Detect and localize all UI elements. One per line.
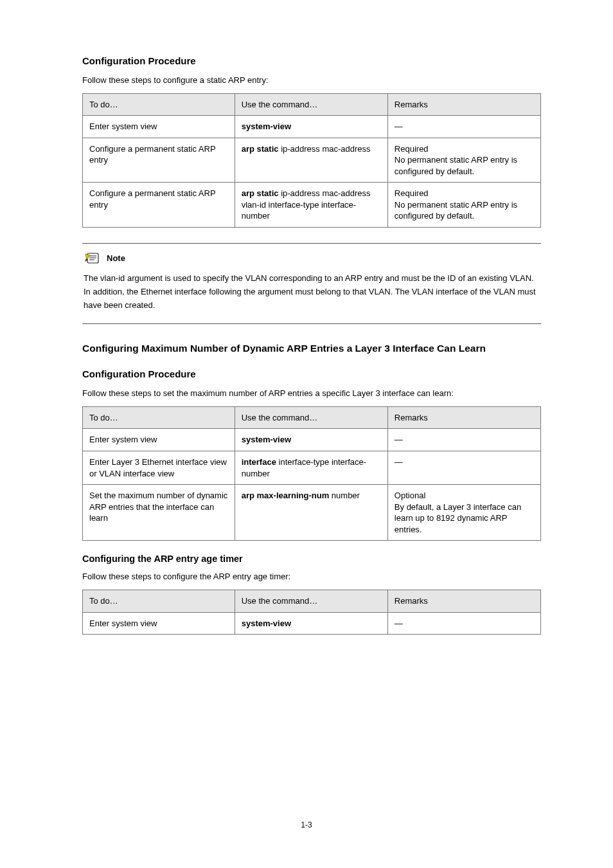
cell-command: interface interface-type interface-numbe… [235,451,387,484]
table3-intro: Follow these steps to configure the ARP … [82,571,541,583]
cell-remarks: Optional By default, a Layer 3 interface… [387,485,540,541]
th-command: Use the command… [235,93,387,116]
section3-heading: Configuring the ARP entry age timer [82,552,541,566]
table-max-learning: To do… Use the command… Remarks Enter sy… [82,406,541,541]
cell-todo: Configure a permanent static ARP entry [83,183,235,228]
cell-remarks: — [387,451,540,484]
cmd-bold: system-view [242,619,291,628]
table-header-row: To do… Use the command… Remarks [83,93,541,116]
note-label: Note [107,253,125,265]
table-row: Configure a permanent static ARP entry a… [83,138,541,183]
cell-remarks: — [387,612,540,635]
th-todo: To do… [83,93,235,116]
th-todo: To do… [83,406,235,429]
cmd-bold: arp static [242,188,281,198]
table-header-row: To do… Use the command… Remarks [83,590,541,613]
cell-todo: Enter Layer 3 Ethernet interface view or… [83,451,235,484]
cell-command: system-view [235,612,387,635]
section2-sub-heading: Configuration Procedure [82,367,541,381]
table-row: Enter system view system-view — [83,116,541,138]
table-row: Set the maximum number of dynamic ARP en… [83,485,541,541]
cell-todo: Enter system view [83,116,235,138]
table-row: Configure a permanent static ARP entry a… [83,183,541,228]
cmd-args: number [332,491,360,500]
table-row: Enter system view system-view — [83,429,541,451]
page-number: 1-3 [0,820,613,831]
th-remarks: Remarks [387,406,540,429]
th-command: Use the command… [235,590,387,613]
th-remarks: Remarks [387,590,540,613]
cmd-bold: arp static [242,144,281,154]
note-block: Note The vlan-id argument is used to spe… [82,243,541,324]
cmd-bold: interface [242,457,279,467]
cell-remarks: Required No permanent static ARP entry i… [387,138,540,183]
note-text: The vlan-id argument is used to specify … [84,272,540,312]
cell-todo: Configure a permanent static ARP entry [83,138,235,183]
cell-remarks: — [387,116,540,138]
section-heading: Configuration Procedure [82,54,541,68]
cmd-bold: system-view [242,435,291,444]
table-row: Enter Layer 3 Ethernet interface view or… [83,451,541,484]
table2-intro: Follow these steps to set the maximum nu… [82,388,541,400]
table-static-arp: To do… Use the command… Remarks Enter sy… [82,93,541,228]
page: Configuration Procedure Follow these ste… [0,0,613,868]
cell-command: arp static ip-address mac-address [235,138,387,183]
section-heading-block: Configuration Procedure [82,54,541,68]
th-remarks: Remarks [387,93,540,116]
cell-todo: Set the maximum number of dynamic ARP en… [83,485,235,541]
th-command: Use the command… [235,406,387,429]
cmd-bold: system-view [242,122,291,131]
note-head: Note [84,251,540,266]
cell-command: arp max-learning-num number [235,485,387,541]
table-row: Enter system view system-view — [83,612,541,635]
table-header-row: To do… Use the command… Remarks [83,406,541,429]
cell-todo: Enter system view [83,612,235,635]
cell-command: system-view [235,429,387,451]
cell-command: system-view [235,116,387,138]
cell-remarks: Required No permanent static ARP entry i… [387,183,540,228]
table2-wrap: To do… Use the command… Remarks Enter sy… [82,406,541,541]
cell-todo: Enter system view [83,429,235,451]
section2-heading: Configuring Maximum Number of Dynamic AR… [82,342,541,356]
note-icon [84,251,103,266]
table-age-timer: To do… Use the command… Remarks Enter sy… [82,590,541,635]
th-todo: To do… [83,590,235,613]
table1-intro: Follow these steps to configure a static… [82,75,541,87]
cmd-bold: arp max-learning-num [242,491,332,500]
cell-command: arp static ip-address mac-address vlan-i… [235,183,387,228]
cell-remarks: — [387,429,540,451]
cmd-args: ip-address mac-address [281,144,370,154]
